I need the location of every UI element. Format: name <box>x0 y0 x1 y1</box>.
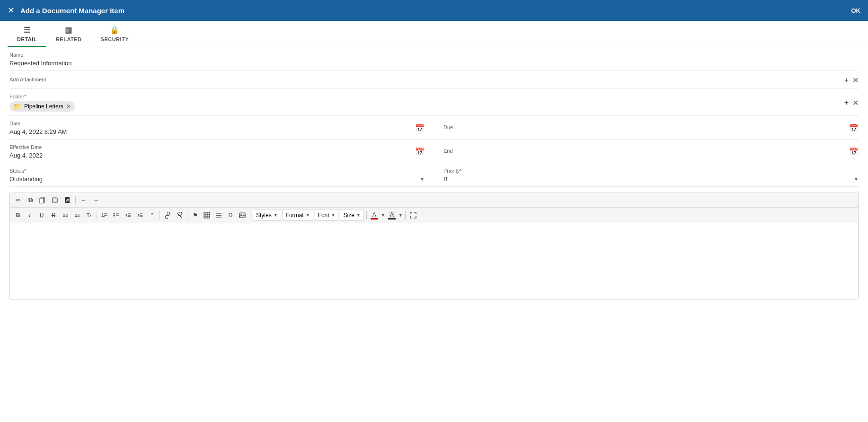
link-button[interactable] <box>162 210 173 220</box>
bg-color-bar <box>388 218 396 220</box>
tab-related-label: RELATED <box>56 36 82 42</box>
font-dropdown[interactable]: Font ▼ <box>315 210 339 221</box>
special-char-button[interactable]: Ω <box>225 210 236 220</box>
name-row: Name Requested Information <box>9 47 859 71</box>
toolbar-separator-7 <box>405 211 406 220</box>
svg-point-29 <box>240 214 242 215</box>
font-color-bar <box>371 218 378 220</box>
name-value[interactable]: Requested Information <box>9 60 859 67</box>
copy-button[interactable]: ⧉ <box>25 195 35 205</box>
editor-body[interactable] <box>10 223 858 299</box>
svg-line-19 <box>177 213 182 218</box>
indent-button[interactable] <box>135 210 145 220</box>
effective-content: Effective Date Aug 4, 2022 <box>9 144 415 159</box>
folder-actions: + ✕ <box>844 98 859 107</box>
tab-related[interactable]: ▦ RELATED <box>46 21 91 47</box>
remove-format-button[interactable]: Tx <box>84 210 94 220</box>
paste-word-button[interactable]: W <box>62 195 72 205</box>
priority-arrow-icon: ▼ <box>854 176 859 182</box>
size-dropdown[interactable]: Size ▼ <box>340 210 363 221</box>
font-label: Font <box>318 212 329 219</box>
date-content: Date Aug 4, 2022 8:29 AM <box>9 121 415 135</box>
ok-button[interactable]: OK <box>851 7 861 14</box>
folder-close-button[interactable]: ✕ <box>852 98 859 107</box>
priority-label: Priority* <box>443 168 859 174</box>
end-content: End <box>443 148 849 156</box>
unordered-list-button[interactable] <box>111 210 122 220</box>
subscript-button[interactable]: x2 <box>60 210 71 220</box>
font-color-letter: A <box>372 211 376 218</box>
attachment-add-button[interactable]: + <box>844 76 849 85</box>
underline-button[interactable]: U <box>36 210 47 220</box>
due-calendar-icon[interactable]: 📅 <box>849 123 859 132</box>
anchor-button[interactable]: ⚑ <box>190 210 200 220</box>
strikethrough-button[interactable]: S <box>48 210 59 220</box>
undo-button[interactable]: ← <box>79 195 89 205</box>
svg-rect-3 <box>53 199 56 202</box>
bg-color-arrow[interactable]: ▼ <box>399 213 403 218</box>
folder-name: Pipeline Letters <box>24 103 63 110</box>
effective-col: Effective Date Aug 4, 2022 📅 <box>9 140 434 163</box>
size-label: Size <box>343 212 354 219</box>
end-label: End <box>443 148 849 154</box>
styles-dropdown[interactable]: Styles ▼ <box>253 210 281 221</box>
toolbar-separator-1 <box>75 196 76 204</box>
attachment-close-button[interactable]: ✕ <box>852 76 859 85</box>
bold-button[interactable]: B <box>13 210 23 220</box>
tab-detail[interactable]: ☰ DETAIL <box>8 21 46 47</box>
format-dropdown[interactable]: Format ▼ <box>283 210 313 221</box>
outdent-button[interactable] <box>123 210 133 220</box>
font-arrow-icon: ▼ <box>331 213 336 218</box>
bg-color-button[interactable]: A <box>387 211 397 220</box>
status-value: Outstanding <box>9 176 43 183</box>
date-value[interactable]: Aug 4, 2022 8:29 AM <box>9 128 415 135</box>
effective-calendar-icon[interactable]: 📅 <box>415 147 425 156</box>
effective-end-row: Effective Date Aug 4, 2022 📅 End 📅 <box>9 140 859 163</box>
due-content: Due <box>443 124 849 132</box>
svg-rect-2 <box>53 198 57 202</box>
unlink-button[interactable] <box>174 210 185 220</box>
tab-security[interactable]: 🔒 SECURITY <box>91 21 139 47</box>
paste-text-button[interactable] <box>50 195 60 205</box>
date-col: Date Aug 4, 2022 8:29 AM 📅 <box>9 116 434 139</box>
due-col: Due 📅 <box>434 116 859 139</box>
blockquote-button[interactable]: " <box>147 210 157 220</box>
fullscreen-button[interactable] <box>408 210 418 220</box>
folder-icon: 📁 <box>13 103 21 110</box>
superscript-button[interactable]: x2 <box>72 210 82 220</box>
paste-button[interactable] <box>37 195 48 205</box>
toolbar-separator-5 <box>250 211 250 220</box>
folder-remove-button[interactable]: ✕ <box>66 103 71 110</box>
horizontal-rule-button[interactable] <box>213 210 224 220</box>
svg-text:W: W <box>66 199 69 202</box>
related-icon: ▦ <box>65 26 72 35</box>
ordered-list-button[interactable]: 1. <box>99 210 110 220</box>
priority-select[interactable]: B ▼ <box>443 176 859 183</box>
status-select[interactable]: Outstanding ▼ <box>9 176 425 183</box>
status-arrow-icon: ▼ <box>420 176 425 182</box>
svg-point-9 <box>114 213 115 215</box>
font-color-button[interactable]: A <box>369 211 380 220</box>
svg-text:1.: 1. <box>101 212 105 218</box>
rte-toolbar-main: B I U S x2 x2 Tx 1. " <box>10 208 858 223</box>
toolbar-separator-3 <box>159 211 160 220</box>
rte-toolbar-top: ✂ ⧉ W ← → <box>10 193 858 208</box>
italic-button[interactable]: I <box>25 210 35 220</box>
font-color-arrow[interactable]: ▼ <box>381 213 385 218</box>
image-button[interactable] <box>237 210 248 220</box>
close-button[interactable]: ✕ <box>8 5 15 16</box>
due-label: Due <box>443 124 849 130</box>
date-calendar-icon[interactable]: 📅 <box>415 123 425 132</box>
status-priority-row: Status* Outstanding ▼ Priority* B ▼ <box>9 163 859 187</box>
effective-date-value[interactable]: Aug 4, 2022 <box>9 152 415 159</box>
tab-bar: ☰ DETAIL ▦ RELATED 🔒 SECURITY <box>0 21 868 47</box>
table-button[interactable] <box>202 210 212 220</box>
cut-button[interactable]: ✂ <box>13 195 23 205</box>
end-col: End 📅 <box>434 140 859 163</box>
folder-add-button[interactable]: + <box>844 98 849 107</box>
date-due-row: Date Aug 4, 2022 8:29 AM 📅 Due 📅 <box>9 116 859 140</box>
status-col: Status* Outstanding ▼ <box>9 163 434 186</box>
redo-button[interactable]: → <box>91 195 101 205</box>
end-calendar-icon[interactable]: 📅 <box>849 147 859 156</box>
toolbar-separator-6 <box>366 211 367 220</box>
